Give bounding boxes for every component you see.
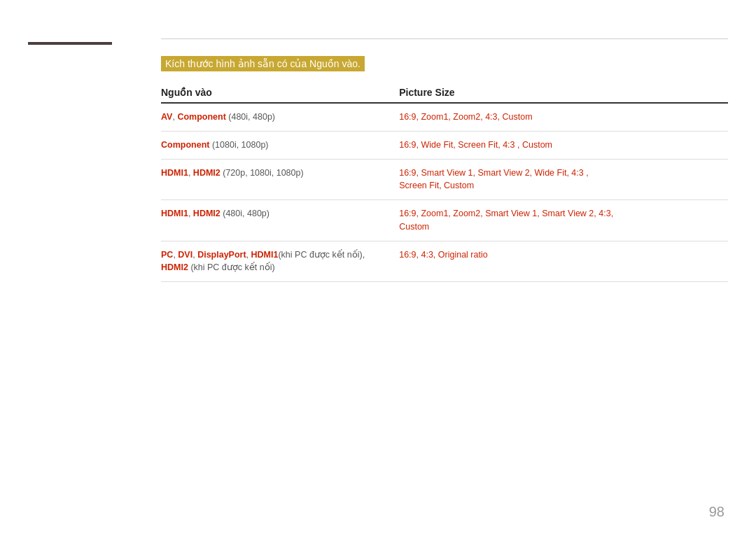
main-content: Kích thước hình ảnh sẵn có của Nguồn vào… bbox=[161, 49, 728, 282]
source-cell: HDMI1, HDMI2 (720p, 1080i, 1080p) bbox=[161, 167, 399, 180]
size-cell: 16:9, Zoom1, Zoom2, Smart View 1, Smart … bbox=[399, 207, 728, 234]
table-row: AV, Component (480i, 480p) 16:9, Zoom1, … bbox=[161, 104, 728, 132]
source-name: Component bbox=[177, 112, 225, 122]
source-name: AV bbox=[161, 112, 172, 122]
source-cell: AV, Component (480i, 480p) bbox=[161, 111, 399, 124]
source-cell: HDMI1, HDMI2 (480i, 480p) bbox=[161, 207, 399, 220]
source-name: DisplayPort bbox=[197, 250, 246, 260]
source-cell: Component (1080i, 1080p) bbox=[161, 139, 399, 152]
col-source-header: Nguồn vào bbox=[161, 87, 399, 98]
table-row: HDMI1, HDMI2 (480i, 480p) 16:9, Zoom1, Z… bbox=[161, 200, 728, 241]
page-title: Kích thước hình ảnh sẵn có của Nguồn vào… bbox=[161, 56, 365, 71]
source-name: HDMI1 bbox=[161, 209, 188, 218]
size-cell: 16:9, Smart View 1, Smart View 2, Wide F… bbox=[399, 167, 728, 193]
source-cell: PC, DVI, DisplayPort, HDMI1(khi PC được … bbox=[161, 248, 399, 275]
size-cell: 16:9, Zoom1, Zoom2, 4:3, Custom bbox=[399, 111, 728, 124]
table-header: Nguồn vào Picture Size bbox=[161, 87, 728, 104]
size-cell: 16:9, 4:3, Original ratio bbox=[399, 248, 728, 262]
source-name: Component bbox=[161, 140, 209, 150]
data-table: Nguồn vào Picture Size AV, Component (48… bbox=[161, 87, 728, 282]
sidebar-accent-bar bbox=[28, 42, 112, 45]
table-row: HDMI1, HDMI2 (720p, 1080i, 1080p) 16:9, … bbox=[161, 160, 728, 201]
table-row: Component (1080i, 1080p) 16:9, Wide Fit,… bbox=[161, 132, 728, 160]
source-name: HDMI1 bbox=[251, 250, 279, 260]
source-name: DVI bbox=[178, 250, 192, 260]
page-container: Kích thước hình ảnh sẵn có của Nguồn vào… bbox=[0, 0, 756, 534]
size-cell: 16:9, Wide Fit, Screen Fit, 4:3 , Custom bbox=[399, 139, 728, 152]
source-name: HDMI2 bbox=[193, 168, 220, 178]
col-size-header: Picture Size bbox=[399, 87, 728, 98]
top-divider bbox=[161, 38, 728, 39]
page-number: 98 bbox=[709, 504, 724, 520]
source-name: HDMI2 bbox=[161, 262, 188, 272]
source-name: HDMI2 bbox=[193, 209, 220, 218]
source-name: PC bbox=[161, 250, 173, 260]
table-row: PC, DVI, DisplayPort, HDMI1(khi PC được … bbox=[161, 241, 728, 283]
source-name: HDMI1 bbox=[161, 168, 188, 178]
